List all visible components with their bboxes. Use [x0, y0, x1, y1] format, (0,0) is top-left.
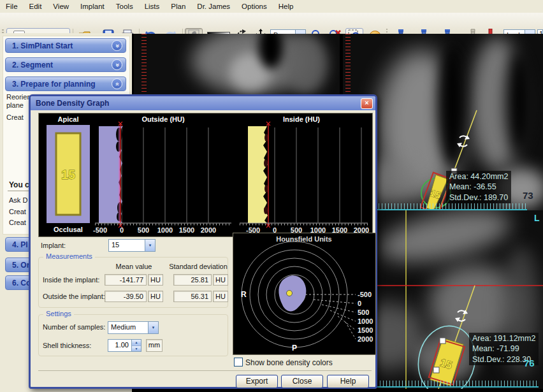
std-dev-header: Standard deviation [169, 263, 228, 270]
sidebar-item-label: 4. Pl [12, 240, 28, 249]
polar-ring-label: 2000 [358, 335, 373, 343]
outside-std-field: 56.31 [173, 291, 212, 302]
show-bone-density-colors-checkbox[interactable] [234, 358, 243, 367]
task-create-item[interactable]: Creat [6, 113, 24, 121]
menu-lists[interactable]: Lists [139, 1, 166, 11]
outside-tick: -500 [93, 226, 107, 234]
mean-value-header: Mean value [103, 263, 165, 270]
menu-help[interactable]: Help [273, 1, 300, 11]
implant-select-value: 15 [109, 240, 145, 251]
menu-bar: File Edit View Implant Tools Lists Plan … [0, 0, 543, 13]
red-scale-ruler [141, 34, 147, 94]
inside-std-unit: HU [213, 274, 228, 286]
shell-thickness-value[interactable]: 1.00 [108, 339, 132, 352]
application-window: File Edit View Implant Tools Lists Plan … [0, 0, 543, 392]
outside-tick: 1000 [157, 226, 173, 234]
ct-view-panoramic[interactable] [134, 34, 340, 94]
chevron-down-icon[interactable]: » [112, 40, 122, 51]
settings-heading: Settings [43, 310, 74, 317]
menu-tools[interactable]: Tools [110, 1, 139, 11]
chevron-down-icon[interactable]: ▼ [145, 240, 155, 251]
orientation-label: L [534, 213, 540, 223]
menu-implant[interactable]: Implant [75, 1, 110, 11]
task-reorient-line2[interactable]: plane [6, 101, 24, 109]
measurement-annotation: Area: 44.20mm2 Mean: -36.55 Std.Dev.: 18… [446, 171, 511, 203]
close-button[interactable]: Close [281, 375, 323, 388]
sidebar-link-3[interactable]: Creat [9, 219, 26, 226]
sidebar-item-label: 5. Or [12, 261, 29, 270]
slice-number: 76 [524, 358, 535, 368]
chevron-up-icon[interactable]: » [112, 78, 122, 89]
dialog-title: Bone Density Graph [36, 99, 109, 108]
occlusal-label: Occlusal [54, 226, 83, 233]
dialog-title-bar[interactable]: Bone Density Graph × [31, 96, 375, 110]
polar-ring-label: 1500 [358, 326, 373, 334]
show-bone-density-colors-label[interactable]: Show bone density colors [245, 358, 333, 367]
shell-thickness-unit: mm [146, 339, 163, 352]
measurements-group: Measurements Mean value Standard deviati… [38, 257, 228, 308]
menu-dr-james[interactable]: Dr. James [191, 1, 236, 11]
bone-density-histogram-panel: 15 Apical Occlusal Outside (HU) [38, 113, 373, 237]
inside-mean-field: -141.77 [105, 274, 147, 286]
hounsfield-polar-panel: Hounsfield Units -500 0 500 [233, 233, 376, 355]
sidebar-link-2[interactable]: Creat [9, 208, 26, 215]
implant-schematic-number: 15 [61, 168, 75, 182]
samples-select-value: Medium [108, 322, 148, 333]
you-can-heading: You c [9, 180, 29, 189]
bone-density-graph-dialog: Bone Density Graph × 15 Apical Occlusal … [29, 94, 377, 389]
annotation-mean: Mean: -71.99 [472, 344, 535, 354]
close-icon[interactable]: × [361, 98, 373, 109]
implant-field-label: Implant: [41, 242, 66, 249]
outside-mean-field: -39.50 [105, 291, 147, 302]
ct-bone-texture [284, 34, 328, 94]
outside-implant-label: Outside the implant: [43, 293, 105, 300]
implant-handle[interactable] [433, 367, 439, 373]
implant-select[interactable]: 15 ▼ [108, 239, 156, 252]
menu-plan[interactable]: Plan [165, 1, 191, 11]
spinner-up-icon[interactable]: ▲ [132, 340, 141, 346]
sidebar-item-label: 6. Co [12, 279, 31, 287]
polar-ring-label: 0 [358, 300, 361, 307]
samples-select[interactable]: Medium ▼ [108, 321, 159, 334]
menu-view[interactable]: View [47, 1, 75, 11]
export-button[interactable]: Export [236, 375, 278, 388]
polar-center-marker [287, 291, 293, 296]
dialog-divider [38, 370, 372, 371]
menu-options[interactable]: Options [236, 1, 273, 11]
slice-number: 73 [523, 190, 533, 201]
hounsfield-polar-chart: Hounsfield Units -500 0 500 [233, 233, 374, 353]
measurements-heading: Measurements [43, 252, 95, 260]
chevron-down-icon[interactable]: ▼ [148, 322, 158, 333]
menu-file[interactable]: File [0, 1, 24, 11]
annotation-mean: Mean: -36.55 [449, 182, 508, 192]
annotation-area: Area: 191.12mm2 [472, 333, 535, 344]
rotate-handle-icon[interactable] [455, 310, 468, 322]
help-button[interactable]: Help [327, 375, 369, 388]
sidebar-item-segment[interactable]: 2. Segment » [5, 57, 126, 72]
settings-group: Settings Number of samples: Medium ▼ She… [38, 314, 228, 356]
sidebar-item-simplant-start[interactable]: 1. SimPlant Start » [5, 38, 126, 53]
polar-ring-label: 500 [358, 309, 369, 316]
chevron-down-icon[interactable]: » [112, 59, 122, 70]
apical-label: Apical [57, 115, 78, 123]
outside-tick: 2000 [201, 226, 216, 234]
histogram-chart: 15 Apical Occlusal Outside (HU) [39, 113, 371, 235]
inside-chart-title: Inside (HU) [283, 115, 320, 123]
sidebar-item-label: 2. Segment [12, 61, 53, 69]
polar-title: Hounsfield Units [276, 235, 331, 243]
inside-mean-unit: HU [148, 274, 163, 286]
spinner-down-icon[interactable]: ▼ [132, 346, 141, 352]
shell-thickness-stepper[interactable]: 1.00 ▲ ▼ [108, 339, 141, 352]
toolbar: ✓ Task panel ▼ [0, 13, 543, 34]
sidebar-link-1[interactable]: Ask D [9, 196, 27, 204]
implant-handle[interactable] [440, 338, 445, 344]
shell-thickness-label: Shell thickness: [43, 342, 91, 349]
outside-mean-unit: HU [148, 291, 163, 302]
annotation-stddev: Std.Dev.: 189.70 [449, 192, 508, 203]
outside-tick: 0 [120, 226, 124, 234]
polar-p-label: P [292, 344, 297, 352]
sidebar-item-prepare-for-planning[interactable]: 3. Prepare for planning » [5, 76, 126, 91]
menu-edit[interactable]: Edit [24, 1, 48, 11]
polar-ring-label: -500 [358, 291, 372, 298]
inside-std-field: 25.81 [173, 274, 212, 286]
